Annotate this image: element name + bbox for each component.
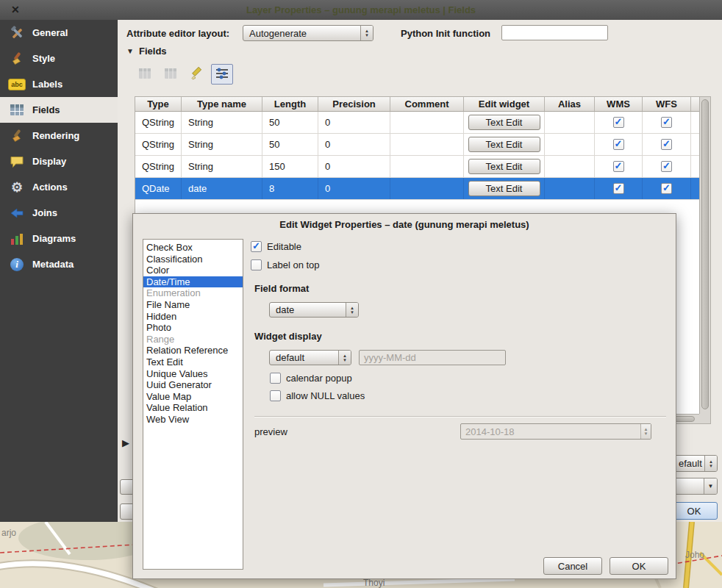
widget-type-item[interactable]: Check Box	[143, 242, 243, 254]
sidebar-item-label: Fields	[32, 104, 60, 115]
delete-field-button[interactable]	[160, 64, 182, 85]
sidebar-item-labels[interactable]: abc Labels	[0, 71, 118, 97]
widget-type-item-selected[interactable]: Date/Time	[143, 276, 243, 288]
gear-icon: ⚙	[8, 179, 26, 196]
table-row[interactable]: QString String 150 0 Text Edit ✓ ✓	[135, 156, 701, 178]
widget-type-item[interactable]: Color	[143, 265, 243, 276]
python-init-input[interactable]	[501, 25, 608, 40]
widget-type-item-disabled: Range	[143, 334, 243, 345]
map-place-label: arjo	[1, 528, 16, 538]
wms-checkbox[interactable]: ✓	[613, 161, 624, 172]
wfs-checkbox[interactable]: ✓	[661, 117, 672, 128]
ok-button[interactable]: OK	[610, 557, 668, 575]
widget-type-item[interactable]: Unique Values	[143, 368, 243, 380]
col-header-type[interactable]: Type	[135, 97, 182, 111]
combo-value: efault	[679, 458, 702, 469]
spinner-arrows-icon[interactable]: ▲▼	[346, 303, 358, 317]
text-edit-widget-button[interactable]: Text Edit	[468, 137, 540, 152]
sidebar-item-joins[interactable]: Joins	[0, 200, 118, 226]
sidebar-item-diagrams[interactable]: Diagrams	[0, 226, 118, 251]
widget-display-combo[interactable]: default ▲▼	[269, 350, 351, 365]
checkbox-label: calendar popup	[286, 373, 352, 384]
separator-line	[254, 416, 666, 417]
col-header-edit-widget[interactable]: Edit widget	[464, 97, 545, 111]
cell-comment	[390, 134, 464, 155]
label-on-top-checkbox-row: Label on top	[251, 259, 320, 270]
attribute-editor-layout-combo[interactable]: Autogenerate ▲▼	[243, 25, 373, 41]
col-header-type-name[interactable]: Type name	[182, 97, 262, 111]
toggle-editing-button[interactable]	[185, 64, 207, 85]
wfs-checkbox[interactable]: ✓	[661, 161, 672, 172]
wfs-checkbox[interactable]: ✓	[661, 183, 672, 194]
combo-value: default	[276, 352, 304, 363]
col-header-comment[interactable]: Comment	[390, 97, 464, 111]
properties-sidebar: General Style abc Labels Fields Renderin…	[0, 20, 118, 522]
calendar-popup-checkbox[interactable]	[270, 373, 281, 384]
sidebar-item-label: Metadata	[32, 259, 74, 270]
widget-type-item[interactable]: Classification	[143, 254, 243, 265]
wms-checkbox[interactable]: ✓	[613, 183, 624, 194]
col-header-wfs[interactable]: WFS	[643, 97, 691, 111]
sidebar-item-display[interactable]: Display	[0, 148, 118, 174]
collapse-triangle-icon[interactable]: ▼	[126, 47, 134, 55]
widget-type-item[interactable]: Value Relation	[143, 402, 243, 414]
widget-type-item[interactable]: Hidden	[143, 311, 243, 323]
checkbox-label: Label on top	[267, 259, 320, 270]
dropdown-arrow-icon: ▼	[704, 478, 717, 494]
table-row-selected[interactable]: QDate date 8 0 Text Edit ✓ ✓	[135, 178, 701, 200]
wms-checkbox[interactable]: ✓	[613, 139, 624, 150]
cancel-button[interactable]: Cancel	[543, 557, 602, 575]
text-edit-widget-button[interactable]: Text Edit	[468, 159, 540, 174]
cell-precision: 0	[318, 178, 390, 199]
properties-ok-button[interactable]: OK	[671, 502, 718, 520]
cell-type-name: String	[182, 112, 262, 133]
sidebar-item-style[interactable]: Style	[0, 46, 118, 71]
window-titlebar: ✕ Layer Properties – gunung merapi melet…	[0, 0, 722, 20]
table-row[interactable]: QString String 50 0 Text Edit ✓ ✓	[135, 112, 701, 134]
wms-checkbox[interactable]: ✓	[613, 117, 624, 128]
scrollbar-thumb[interactable]	[701, 99, 709, 409]
widget-type-item[interactable]: Value Map	[143, 391, 243, 403]
cell-comment	[390, 178, 464, 199]
widget-type-item[interactable]: Text Edit	[143, 356, 243, 368]
sidebar-item-actions[interactable]: ⚙ Actions	[0, 174, 118, 200]
label-on-top-checkbox[interactable]	[251, 259, 262, 270]
spinner-arrows-icon[interactable]: ▲▼	[360, 26, 373, 40]
sidebar-item-metadata[interactable]: i Metadata	[0, 251, 118, 277]
sidebar-item-fields[interactable]: Fields	[0, 97, 118, 123]
checkbox-label: allow NULL values	[286, 390, 365, 401]
wfs-checkbox[interactable]: ✓	[661, 139, 672, 150]
vertical-scrollbar[interactable]	[699, 97, 710, 414]
spinner-arrows-icon[interactable]: ▲▼	[704, 456, 717, 471]
close-window-icon[interactable]: ✕	[11, 4, 20, 15]
join-arrow-icon	[8, 205, 26, 221]
text-edit-widget-button[interactable]: Text Edit	[468, 115, 540, 130]
editable-checkbox[interactable]: ✓	[251, 241, 262, 252]
field-format-combo[interactable]: date ▲▼	[269, 302, 359, 318]
col-header-alias[interactable]: Alias	[545, 97, 595, 111]
sidebar-item-general[interactable]: General	[0, 20, 118, 46]
cell-type-name: String	[182, 134, 262, 155]
preview-label: preview	[254, 426, 287, 437]
spinner-arrows-icon[interactable]: ▲▼	[338, 351, 351, 365]
widget-type-item[interactable]: Uuid Generator	[143, 379, 243, 391]
table-row[interactable]: QString String 50 0 Text Edit ✓ ✓	[135, 134, 701, 156]
expand-triangle-icon[interactable]: ▶	[122, 437, 129, 448]
pencil-icon	[190, 67, 203, 82]
col-header-precision[interactable]: Precision	[318, 97, 390, 111]
cell-alias	[545, 134, 595, 155]
col-header-length[interactable]: Length	[262, 97, 318, 111]
sidebar-item-rendering[interactable]: Rendering	[0, 123, 118, 148]
text-edit-widget-button[interactable]: Text Edit	[468, 181, 540, 196]
bar-chart-icon	[8, 231, 26, 247]
widget-type-item-disabled: Enumeration	[143, 287, 243, 299]
add-field-button[interactable]	[134, 64, 156, 85]
allow-null-checkbox[interactable]	[270, 390, 281, 401]
field-calculator-button[interactable]	[211, 64, 233, 85]
widget-type-item[interactable]: Web View	[143, 414, 243, 426]
widget-type-item[interactable]: Relation Reference	[143, 345, 243, 356]
col-header-wms[interactable]: WMS	[595, 97, 643, 111]
cell-comment	[390, 112, 464, 133]
widget-type-item[interactable]: Photo	[143, 322, 243, 334]
widget-type-item[interactable]: File Name	[143, 299, 243, 311]
